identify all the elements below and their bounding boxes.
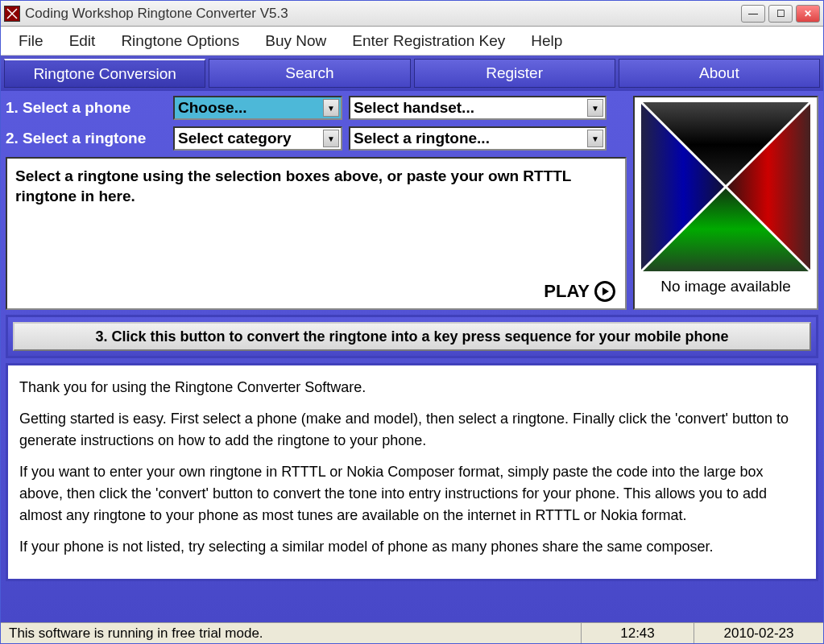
chevron-down-icon: ▼ <box>587 130 603 147</box>
menu-ringtone-options[interactable]: Ringtone Options <box>110 29 251 53</box>
ringtone-dropdown[interactable]: Select a ringtone... ▼ <box>349 126 607 151</box>
info-p2: Getting started is easy. First select a … <box>19 408 805 452</box>
handset-value: Select handset... <box>354 99 474 117</box>
statusbar: This software is running in free trial m… <box>1 622 823 643</box>
minimize-button[interactable]: — <box>741 5 765 23</box>
select-phone-row: 1. Select a phone Choose... ▼ Select han… <box>6 96 627 120</box>
tab-ringtone-conversion[interactable]: Ringtone Conversion <box>4 59 205 88</box>
tab-about[interactable]: About <box>619 59 820 88</box>
category-value: Select category <box>178 130 291 147</box>
status-time: 12:43 <box>582 623 694 643</box>
preview-panel: No image available <box>633 96 818 310</box>
status-message: This software is running in free trial m… <box>1 623 582 643</box>
convert-button[interactable]: 3. Click this button to convert the ring… <box>13 322 811 351</box>
window-controls: — ☐ ✕ <box>741 5 820 23</box>
info-p3: If you want to enter your own ringtone i… <box>19 461 805 526</box>
window-title: Coding Workshop Ringtone Converter V5.3 <box>25 6 741 22</box>
menu-buy-now[interactable]: Buy Now <box>254 29 337 53</box>
play-button[interactable]: PLAY <box>544 281 615 302</box>
phone-maker-dropdown[interactable]: Choose... ▼ <box>173 96 342 120</box>
select-ringtone-row: 2. Select a ringtone Select category ▼ S… <box>6 126 627 151</box>
menu-enter-registration[interactable]: Enter Registration Key <box>341 29 516 53</box>
app-window: Coding Workshop Ringtone Converter V5.3 … <box>0 0 824 644</box>
convert-section: 3. Click this button to convert the ring… <box>6 315 818 358</box>
logo-image <box>641 102 810 271</box>
select-ringtone-label: 2. Select a ringtone <box>6 130 167 147</box>
app-icon <box>4 6 20 22</box>
chevron-down-icon: ▼ <box>587 99 603 117</box>
menu-edit[interactable]: Edit <box>58 29 107 53</box>
phone-maker-value: Choose... <box>178 99 247 117</box>
menubar: File Edit Ringtone Options Buy Now Enter… <box>1 27 823 56</box>
top-section: 1. Select a phone Choose... ▼ Select han… <box>6 96 818 310</box>
tab-search[interactable]: Search <box>209 59 410 88</box>
tabbar: Ringtone Conversion Search Register Abou… <box>1 56 823 91</box>
select-phone-label: 1. Select a phone <box>6 99 167 117</box>
titlebar: Coding Workshop Ringtone Converter V5.3 … <box>1 1 823 27</box>
maximize-button[interactable]: ☐ <box>768 5 793 23</box>
left-controls: 1. Select a phone Choose... ▼ Select han… <box>6 96 627 310</box>
menu-file[interactable]: File <box>7 29 55 53</box>
ringtone-textarea[interactable]: Select a ringtone using the selection bo… <box>6 157 627 310</box>
close-button[interactable]: ✕ <box>796 5 820 23</box>
category-dropdown[interactable]: Select category ▼ <box>173 126 342 151</box>
ringtone-value: Select a ringtone... <box>354 130 490 147</box>
menu-help[interactable]: Help <box>520 29 573 53</box>
play-label: PLAY <box>544 281 590 302</box>
info-panel: Thank you for using the Ringtone Convert… <box>6 363 818 581</box>
textarea-placeholder: Select a ringtone using the selection bo… <box>15 167 617 206</box>
chevron-down-icon: ▼ <box>323 130 339 147</box>
handset-dropdown[interactable]: Select handset... ▼ <box>349 96 607 120</box>
no-image-label: No image available <box>660 278 791 295</box>
play-icon <box>594 281 615 302</box>
chevron-down-icon: ▼ <box>323 99 339 117</box>
status-date: 2010-02-23 <box>694 623 823 643</box>
main-content: 1. Select a phone Choose... ▼ Select han… <box>1 91 823 622</box>
info-p1: Thank you for using the Ringtone Convert… <box>19 377 805 398</box>
tab-register[interactable]: Register <box>414 59 615 88</box>
info-p4: If your phone is not listed, try selecti… <box>19 536 805 558</box>
